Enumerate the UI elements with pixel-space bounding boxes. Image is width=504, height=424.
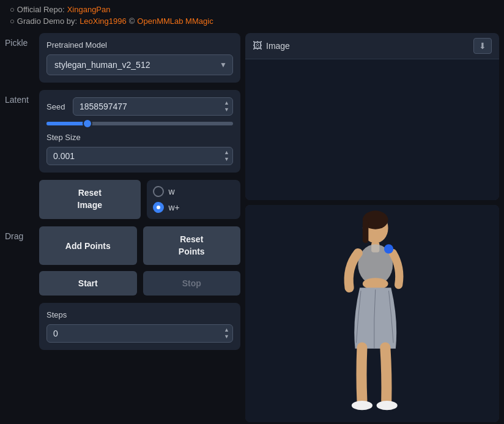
copyright: © [129,17,135,26]
steps-input[interactable] [46,324,233,343]
top-links-section: ○ Official Repo: XingangPan ○ Gradio Dem… [0,0,504,33]
image-display [245,205,499,422]
radio-w-circle [153,186,164,197]
latent-content: Seed ▲ ▼ [39,90,240,173]
image-title-group: 🖼 Image [253,40,290,51]
pickle-content: Pretrained Model stylegan_human_v2_512 s… [39,33,240,83]
steps-spin-down[interactable]: ▼ [221,333,232,340]
seed-spin-down[interactable]: ▼ [221,106,232,113]
pretrained-model-select[interactable]: stylegan_human_v2_512 stylegan_human_v2_… [46,54,233,75]
svg-rect-2 [362,220,368,243]
drag-buttons-row1: Add Points ResetPoints [39,226,240,265]
bullet-1: ○ [10,5,15,14]
steps-spin-up[interactable]: ▲ [221,327,232,333]
start-button[interactable]: Start [39,271,137,296]
pretrained-model-label: Pretrained Model [46,40,233,50]
radio-w[interactable]: w [153,186,235,197]
steps-section: Steps ▲ ▼ [5,303,240,350]
svg-point-7 [376,401,397,410]
seed-spin-up[interactable]: ▲ [221,100,232,106]
image-title: Image [266,41,290,51]
steps-input-wrapper: ▲ ▼ [46,324,233,343]
official-repo-link[interactable]: XingangPan [67,5,111,14]
top-image-panel: 🖼 Image ⬇ [245,33,499,200]
stop-button: Stop [143,271,241,296]
seed-slider-container [46,122,233,125]
openmmlab-link[interactable]: OpenMMLab MMagic [137,17,213,26]
svg-point-6 [351,401,372,410]
reset-image-button[interactable]: ResetImage [39,180,141,219]
steps-field-label: Steps [46,310,233,319]
image-placeholder [245,59,499,200]
image-header: 🖼 Image ⬇ [245,33,499,59]
seed-row: Seed ▲ ▼ [46,97,233,116]
drag-buttons-row2: Start Stop [39,271,240,296]
seed-input[interactable] [73,97,233,116]
drag-label: Drag [5,226,34,241]
step-size-input-wrapper: ▲ ▼ [46,147,233,165]
seed-slider-thumb[interactable] [83,119,92,128]
reset-image-label: ResetImage [78,188,102,210]
download-button[interactable]: ⬇ [473,38,492,54]
seed-label: Seed [46,102,68,111]
bottom-image-panel [245,205,499,422]
drag-content: Add Points ResetPoints Start Stop [39,226,240,296]
steps-content: Steps ▲ ▼ [39,303,240,350]
drag-section: Drag Add Points ResetPoints Start Stop [5,226,240,296]
svg-point-8 [384,244,393,253]
radio-w-plus-label: w+ [169,203,180,212]
official-repo-label: Official Repo: [17,5,65,14]
radio-w-plus-circle [153,202,164,213]
latent-section: Latent Seed ▲ ▼ [5,90,240,173]
pretrained-model-select-wrapper: stylegan_human_v2_512 stylegan_human_v2_… [46,54,233,75]
add-points-button[interactable]: Add Points [39,226,137,265]
reset-points-button[interactable]: ResetPoints [143,226,241,265]
step-size-spin-up[interactable]: ▲ [221,149,232,156]
pickle-label: Pickle [5,33,34,48]
step-size-input[interactable] [46,147,233,165]
reset-points-label: ResetPoints [179,234,205,256]
gradio-demo-link[interactable]: LeoXing1996 [80,17,127,26]
radio-w-plus[interactable]: w+ [153,202,235,213]
seed-input-wrapper: ▲ ▼ [73,97,233,116]
seed-slider-track [46,122,233,125]
reset-radio-section: ResetImage w w+ [5,180,240,219]
main-layout: Pickle Pretrained Model stylegan_human_v… [0,33,504,422]
image-icon: 🖼 [253,40,262,51]
person-svg [314,205,431,422]
right-panel: 🖼 Image ⬇ [240,33,499,422]
steps-spin-buttons: ▲ ▼ [221,327,232,340]
svg-point-5 [362,278,388,289]
latent-label: Latent [5,90,34,105]
left-panel: Pickle Pretrained Model stylegan_human_v… [5,33,240,422]
seed-spin-buttons: ▲ ▼ [221,100,232,113]
pickle-section: Pickle Pretrained Model stylegan_human_v… [5,33,240,83]
seed-slider-fill [46,122,87,125]
step-size-spin-buttons: ▲ ▼ [221,149,232,163]
step-size-spin-down[interactable]: ▼ [221,156,232,163]
radio-w-label: w [169,187,175,196]
bullet-2: ○ [10,17,15,26]
radio-group: w w+ [147,180,241,219]
step-size-label: Step Size [46,133,233,142]
gradio-demo-label: Gradio Demo by: [17,17,77,26]
